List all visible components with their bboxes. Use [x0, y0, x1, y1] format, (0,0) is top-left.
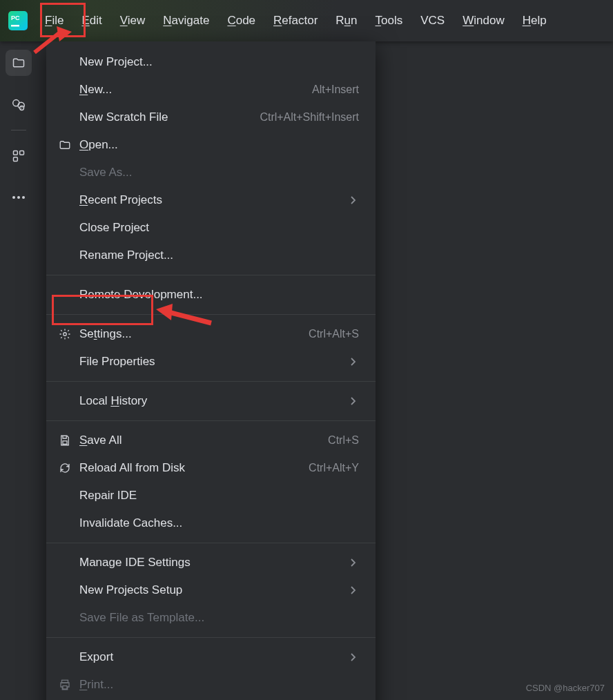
menu-item-label: Save All — [79, 434, 121, 447]
chevron-right-icon — [349, 652, 359, 662]
menu-item-label: Print... — [79, 678, 113, 692]
app-icon: PC — [8, 11, 28, 30]
menu-item-save-all[interactable]: Save AllCtrl+S — [46, 427, 376, 454]
menu-item-label: Export — [79, 650, 113, 664]
svg-rect-9 — [20, 151, 24, 155]
menu-item-remote-development[interactable]: Remote Development... — [46, 281, 376, 309]
menu-navigate[interactable]: Navigate — [154, 10, 218, 32]
menu-run[interactable]: Run — [327, 10, 366, 32]
menu-item-label: New Projects Setup — [79, 583, 182, 597]
chevron-right-icon — [349, 585, 359, 595]
svg-rect-10 — [14, 157, 18, 162]
print-icon — [59, 679, 79, 691]
menu-item-close-project[interactable]: Close Project — [46, 214, 376, 242]
menu-shortcut: Ctrl+Alt+Shift+Insert — [260, 111, 359, 124]
more-tool-windows-button[interactable] — [6, 184, 32, 211]
svg-point-12 — [17, 196, 20, 199]
svg-point-14 — [64, 333, 67, 336]
menu-item-label: Settings... — [79, 327, 132, 341]
menu-item-invalidate-caches[interactable]: Invalidate Caches... — [46, 509, 376, 537]
menu-item-save-file-as-template: Save File as Template... — [46, 604, 376, 632]
menu-item-new[interactable]: New...Alt+Insert — [46, 76, 376, 104]
menu-item-file-properties[interactable]: File Properties — [46, 348, 376, 376]
svg-rect-15 — [63, 441, 67, 445]
menu-view[interactable]: View — [111, 10, 155, 32]
menu-item-new-scratch-file[interactable]: New Scratch FileCtrl+Alt+Shift+Insert — [46, 104, 376, 131]
menu-item-new-projects-setup[interactable]: New Projects Setup — [46, 576, 376, 604]
menu-file[interactable]: File — [36, 10, 72, 32]
menu-item-label: Remote Development... — [79, 288, 203, 302]
menu-item-recent-projects[interactable]: Recent Projects — [46, 186, 376, 214]
chevron-right-icon — [349, 357, 359, 367]
menu-item-label: Rename Project... — [79, 249, 173, 262]
menu-item-manage-ide-settings[interactable]: Manage IDE Settings — [46, 549, 376, 576]
menu-item-save-as: Save As... — [46, 159, 376, 186]
menu-item-label: File Properties — [79, 355, 155, 369]
menubar: PC FileEditViewNavigateCodeRefactorRunTo… — [0, 0, 613, 41]
menu-tools[interactable]: Tools — [367, 10, 412, 32]
menu-item-label: Local History — [79, 394, 147, 408]
save-icon — [59, 434, 79, 447]
menu-shortcut: Ctrl+S — [328, 434, 359, 447]
gear-icon — [59, 328, 79, 340]
menu-shortcut: Alt+Insert — [312, 84, 359, 96]
sidebar-separator — [11, 130, 26, 130]
svg-point-13 — [22, 196, 25, 199]
project-tool-window-button[interactable] — [6, 50, 32, 76]
menu-window[interactable]: Window — [454, 10, 513, 32]
svg-text:PC: PC — [11, 14, 20, 21]
menu-refactor[interactable]: Refactor — [264, 10, 327, 32]
chevron-right-icon — [349, 558, 359, 567]
menu-divider — [46, 420, 376, 421]
menu-divider — [46, 543, 376, 543]
sidebar: ? — [0, 41, 37, 700]
menu-item-label: New Scratch File — [79, 110, 168, 124]
menu-item-repair-ide[interactable]: Repair IDE — [46, 482, 376, 509]
structure-tool-window-button[interactable] — [6, 143, 32, 169]
folder-icon — [59, 139, 79, 151]
menu-code[interactable]: Code — [218, 10, 264, 32]
menu-item-label: Close Project — [79, 221, 149, 235]
svg-rect-8 — [14, 151, 18, 155]
ai-assistant-button[interactable]: ? — [6, 91, 32, 117]
menu-item-export[interactable]: Export — [46, 643, 376, 671]
svg-point-11 — [12, 196, 15, 199]
menu-item-label: Recent Projects — [79, 193, 162, 207]
menu-shortcut: Ctrl+Alt+S — [309, 328, 359, 340]
menu-item-label: Open... — [79, 138, 118, 152]
menu-item-print: Print... — [46, 671, 376, 699]
svg-rect-3 — [11, 25, 19, 27]
watermark: CSDN @hacker707 — [526, 683, 605, 693]
reload-icon — [59, 462, 79, 474]
menu-item-label: Manage IDE Settings — [79, 556, 191, 570]
menu-edit[interactable]: Edit — [72, 10, 110, 32]
menu-shortcut: Ctrl+Alt+Y — [309, 462, 359, 474]
menu-item-label: New... — [79, 83, 112, 97]
svg-text:?: ? — [20, 106, 23, 110]
chevron-right-icon — [349, 396, 359, 406]
menu-item-settings[interactable]: Settings...Ctrl+Alt+S — [46, 320, 376, 348]
menu-item-local-history[interactable]: Local History — [46, 387, 376, 415]
menu-item-open[interactable]: Open... — [46, 131, 376, 159]
menu-item-label: Save File as Template... — [79, 611, 204, 625]
menu-divider — [46, 275, 376, 275]
file-menu-dropdown: New Project...New...Alt+InsertNew Scratc… — [46, 41, 376, 700]
menu-item-new-project[interactable]: New Project... — [46, 48, 376, 76]
svg-rect-17 — [63, 686, 67, 690]
menu-item-label: Reload All from Disk — [79, 461, 185, 475]
menu-vcs[interactable]: VCS — [411, 10, 454, 32]
menu-item-label: Save As... — [79, 166, 133, 179]
menu-divider — [46, 314, 376, 315]
menu-divider — [46, 381, 376, 382]
menu-item-label: Repair IDE — [79, 489, 137, 503]
chevron-right-icon — [349, 195, 359, 205]
menu-item-rename-project[interactable]: Rename Project... — [46, 242, 376, 269]
menu-item-reload-all-from-disk[interactable]: Reload All from DiskCtrl+Alt+Y — [46, 454, 376, 482]
menu-help[interactable]: Help — [514, 10, 556, 32]
menu-item-label: Invalidate Caches... — [79, 516, 182, 530]
menu-divider — [46, 637, 376, 638]
menu-item-label: New Project... — [79, 55, 153, 69]
